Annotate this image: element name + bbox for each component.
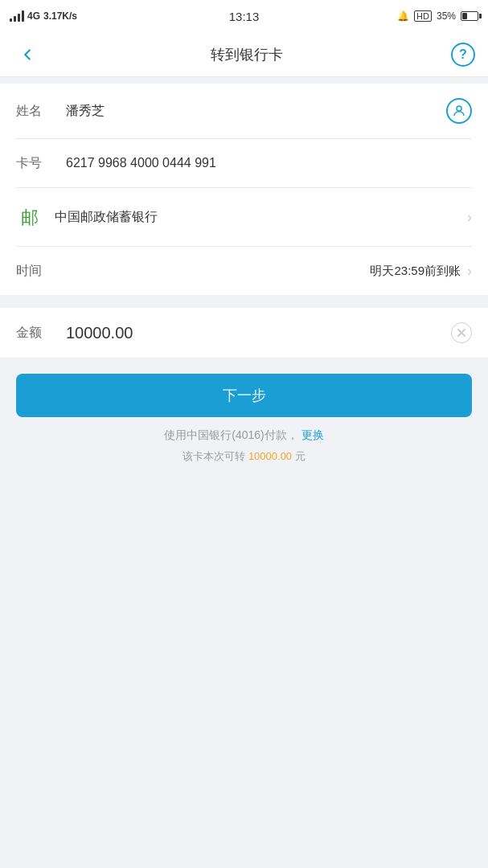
name-value: 潘秀芝 (66, 103, 446, 120)
signal-icon (10, 10, 24, 22)
clear-button[interactable] (451, 322, 472, 343)
transfer-limit-amount: 10000.00 (248, 450, 292, 462)
avatar-icon[interactable] (446, 98, 472, 124)
time-row[interactable]: 时间 明天23:59前到账 › (16, 247, 472, 295)
header: 转到银行卡 ? (0, 32, 488, 77)
name-label: 姓名 (16, 103, 56, 120)
transfer-limit-suffix: 元 (295, 450, 306, 462)
change-link[interactable]: 更换 (301, 428, 324, 441)
time-chevron-icon: › (467, 263, 472, 280)
payment-info: 使用中国银行(4016)付款， 更换 (16, 428, 472, 443)
amount-row: 金额 (16, 308, 472, 358)
battery-icon (461, 11, 478, 21)
back-button[interactable] (13, 40, 42, 69)
transfer-limit-prefix: 该卡本次可转 (182, 450, 245, 462)
transfer-limit: 该卡本次可转 10000.00 元 (16, 449, 472, 464)
card-value: 6217 9968 4000 0444 991 (66, 156, 472, 170)
bank-chevron-icon: › (467, 209, 472, 226)
battery-percent: 35% (437, 10, 456, 22)
name-section: 姓名 潘秀芝 卡号 6217 9968 4000 0444 991 邮 中国邮政… (0, 84, 488, 295)
status-right: 🔔 HD 35% (397, 10, 478, 22)
page-title: 转到银行卡 (211, 45, 283, 64)
bank-name: 中国邮政储蓄银行 (55, 209, 467, 226)
card-row: 卡号 6217 9968 4000 0444 991 (16, 139, 472, 187)
card-label: 卡号 (16, 155, 56, 172)
status-left: 4G 3.17K/s (10, 10, 77, 22)
bell-icon: 🔔 (397, 10, 409, 22)
hd-badge: HD (414, 10, 432, 22)
middle-divider (0, 295, 488, 301)
name-row: 姓名 潘秀芝 (16, 84, 472, 138)
amount-label: 金额 (16, 325, 56, 342)
amount-section: 金额 (0, 308, 488, 358)
payment-info-prefix: 使用中国银行(4016)付款， (164, 428, 297, 441)
status-time: 13:13 (229, 10, 260, 23)
bottom-area: 下一步 使用中国银行(4016)付款， 更换 该卡本次可转 10000.00 元 (0, 358, 488, 464)
next-button[interactable]: 下一步 (16, 374, 472, 417)
time-label: 时间 (16, 263, 56, 280)
time-value: 明天23:59前到账 (370, 264, 461, 279)
bank-row[interactable]: 邮 中国邮政储蓄银行 › (16, 188, 472, 246)
amount-input[interactable] (66, 324, 451, 342)
time-action: 明天23:59前到账 › (56, 263, 472, 280)
top-divider (0, 77, 488, 84)
network-type: 4G (27, 10, 40, 22)
help-button[interactable]: ? (451, 43, 475, 67)
network-speed: 3.17K/s (43, 10, 77, 22)
svg-text:邮: 邮 (21, 207, 39, 227)
svg-point-0 (457, 106, 461, 111)
bank-logo: 邮 (16, 203, 45, 231)
status-bar: 4G 3.17K/s 13:13 🔔 HD 35% (0, 0, 488, 32)
